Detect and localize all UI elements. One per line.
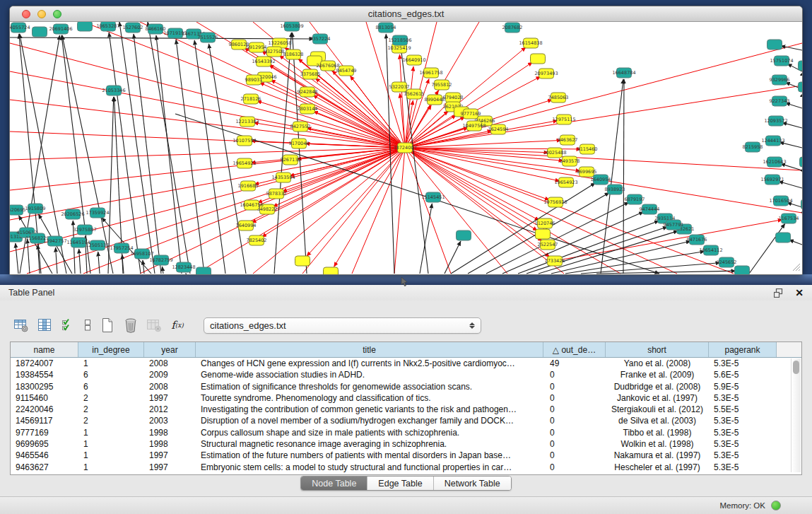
table-row[interactable]: 969969511998Structural magnetic resonanc…: [11, 438, 801, 450]
cell-year[interactable]: 1997: [144, 450, 196, 461]
cell-title[interactable]: Structural magnetic resonance image aver…: [196, 438, 543, 450]
cell-in_degree[interactable]: 2: [78, 392, 144, 404]
graph-node[interactable]: [801, 199, 803, 209]
cell-name[interactable]: 9777169: [11, 427, 78, 438]
delete-column-icon[interactable]: [122, 317, 139, 334]
network-window-titlebar[interactable]: citations_edges.txt: [10, 6, 802, 22]
function-builder-icon[interactable]: f(x): [169, 317, 186, 334]
cell-title[interactable]: Genome-wide association studies in ADHD.: [196, 369, 543, 380]
table-row[interactable]: 946554611997Estimation of the future num…: [11, 450, 801, 461]
graph-node[interactable]: [295, 256, 310, 266]
cell-in_degree[interactable]: 1: [78, 427, 144, 438]
cell-year[interactable]: 1998: [144, 438, 196, 450]
cell-short[interactable]: Jankovic et al. (1997): [606, 392, 709, 404]
network-canvas[interactable]: 1872400798601285912954132260589327508165…: [10, 22, 802, 274]
zoom-window-button[interactable]: [53, 10, 61, 18]
table-row[interactable]: 2242004622012Investigating the contribut…: [11, 404, 801, 415]
table-row[interactable]: 1872400712008Changes of HCN gene express…: [11, 358, 801, 369]
graph-node[interactable]: [799, 61, 803, 71]
table-row[interactable]: 1938455462009Genome-wide association stu…: [11, 369, 801, 380]
cell-name[interactable]: 22420046: [11, 404, 78, 415]
graph-node[interactable]: [767, 40, 782, 49]
table-settings-icon[interactable]: [13, 317, 30, 334]
column-header-0[interactable]: name: [11, 342, 78, 357]
cell-year[interactable]: 2008: [144, 381, 196, 392]
cell-title[interactable]: Disruption of a novel member of a sodium…: [196, 415, 543, 426]
new-column-icon[interactable]: [99, 317, 116, 334]
cell-out_de[interactable]: 0: [543, 438, 606, 450]
vertical-scrollbar[interactable]: [791, 358, 801, 472]
cell-pagerank[interactable]: 5.3E-5: [709, 358, 777, 369]
cell-title[interactable]: Estimation of the future numbers of pati…: [196, 450, 543, 461]
cell-pagerank[interactable]: 5.3E-5: [709, 415, 777, 426]
cell-name[interactable]: 9115460: [11, 392, 78, 404]
cell-short[interactable]: Stergiakouli et al. (2012): [606, 404, 709, 415]
close-panel-icon[interactable]: ✕: [795, 288, 804, 298]
column-chooser-icon[interactable]: [36, 317, 53, 334]
graph-node[interactable]: [324, 267, 339, 274]
cell-out_de[interactable]: 49: [543, 358, 606, 369]
cell-out_de[interactable]: 0: [543, 415, 606, 426]
cell-short[interactable]: Hescheler et al. (1997): [606, 462, 709, 473]
graph-node[interactable]: [531, 54, 546, 64]
table-row[interactable]: 1830029562008Estimation of significance …: [11, 381, 801, 392]
cell-name[interactable]: 9463627: [11, 462, 78, 473]
cell-pagerank[interactable]: 5.3E-5: [709, 392, 777, 404]
column-header-5[interactable]: short: [606, 342, 709, 357]
cell-in_degree[interactable]: 1: [78, 462, 144, 473]
cell-in_degree[interactable]: 2: [78, 404, 144, 415]
graph-node[interactable]: [196, 267, 211, 274]
column-header-6[interactable]: pagerank: [709, 342, 777, 357]
graph-node[interactable]: [33, 27, 47, 37]
table-row[interactable]: 1456911722003Disruption of a novel membe…: [11, 415, 801, 426]
cell-short[interactable]: Tibbo et al. (1998): [606, 427, 709, 438]
cell-title[interactable]: Changes of HCN gene expression and I(f) …: [196, 358, 543, 369]
minimize-window-button[interactable]: [37, 10, 46, 18]
graph-node[interactable]: [799, 82, 803, 92]
cell-short[interactable]: de Silva et al. (2003): [606, 415, 709, 426]
graph-node[interactable]: [536, 229, 551, 239]
cell-out_de[interactable]: 0: [543, 427, 606, 438]
cell-out_de[interactable]: 0: [543, 381, 606, 392]
cell-year[interactable]: 2003: [144, 415, 196, 426]
cell-pagerank[interactable]: 5.3E-5: [709, 450, 777, 461]
graph-node[interactable]: [776, 233, 791, 243]
cell-title[interactable]: Investigating the contribution of common…: [196, 404, 543, 415]
graph-node[interactable]: [735, 266, 750, 274]
cell-in_degree[interactable]: 1: [78, 438, 144, 450]
cell-in_degree[interactable]: 6: [78, 381, 144, 392]
tab-node-table[interactable]: Node Table: [301, 477, 367, 490]
cell-short[interactable]: Yano et al. (2008): [606, 358, 709, 369]
cell-short[interactable]: Nakamura et al. (1997): [606, 450, 709, 461]
cell-pagerank[interactable]: 5.3E-5: [709, 462, 777, 473]
cell-pagerank[interactable]: 5.3E-5: [709, 427, 777, 438]
cell-in_degree[interactable]: 6: [78, 369, 144, 380]
cell-year[interactable]: 2008: [144, 358, 196, 369]
tab-network-table[interactable]: Network Table: [433, 477, 511, 490]
checklist-icon[interactable]: [59, 317, 76, 334]
cell-name[interactable]: 9465546: [11, 450, 78, 461]
column-header-3[interactable]: title: [196, 342, 543, 357]
table-row[interactable]: 977716911998Corpus callosum shape and si…: [11, 427, 801, 438]
table-panel-header[interactable]: Table Panel ✕: [0, 285, 812, 300]
tab-edge-table[interactable]: Edge Table: [367, 477, 433, 490]
cell-pagerank[interactable]: 5.3E-5: [709, 438, 777, 450]
cell-name[interactable]: 18300295: [11, 381, 78, 392]
cell-year[interactable]: 1997: [144, 392, 196, 404]
cell-name[interactable]: 19384554: [11, 369, 78, 380]
network-view[interactable]: 1872400798601285912954132260589327508165…: [10, 22, 802, 274]
cell-short[interactable]: Dudbridge et al. (2008): [606, 381, 709, 392]
close-window-button[interactable]: [22, 10, 30, 18]
network-window[interactable]: citations_edges.txt 18724007986012859129…: [9, 6, 803, 275]
cell-pagerank[interactable]: 5.6E-5: [709, 369, 777, 380]
float-panel-icon[interactable]: [774, 288, 784, 298]
graph-node[interactable]: [78, 22, 93, 31]
cell-short[interactable]: Wolkin et al. (1998): [606, 438, 709, 450]
cell-out_de[interactable]: 0: [543, 392, 606, 404]
cell-year[interactable]: 2009: [144, 369, 196, 380]
cell-short[interactable]: Franke et al. (2009): [606, 369, 709, 380]
table-row[interactable]: 911546021997Tourette syndrome. Phenomeno…: [11, 392, 801, 404]
cell-in_degree[interactable]: 1: [78, 358, 144, 369]
cell-year[interactable]: 1997: [144, 462, 196, 473]
column-header-4[interactable]: △ out_de…: [543, 342, 606, 357]
